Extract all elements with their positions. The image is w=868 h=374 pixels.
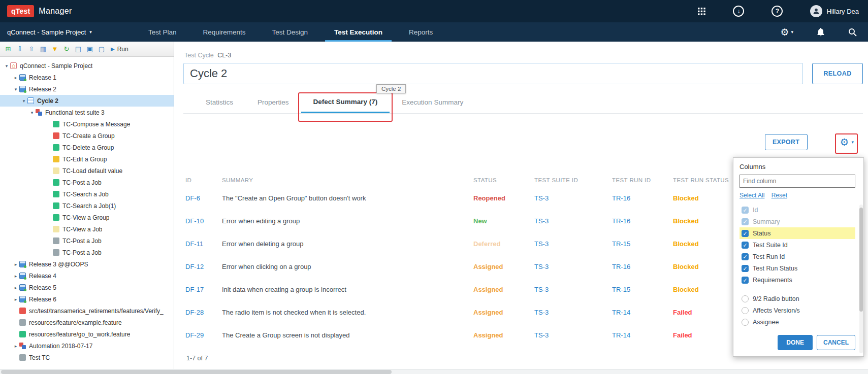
tree-item[interactable]: resources/feature/go_to_work.feature — [0, 328, 174, 340]
tree-item[interactable]: TC-Post a Job — [0, 235, 174, 247]
checkbox[interactable] — [742, 319, 749, 326]
expander-icon[interactable]: ▸ — [12, 297, 19, 302]
tab[interactable]: Properties — [245, 91, 301, 113]
defect-id-link[interactable]: DF-12 — [185, 263, 222, 270]
checkbox[interactable] — [742, 295, 749, 302]
notifications-bell-icon[interactable] — [817, 27, 825, 37]
expander-icon[interactable]: ▾ — [28, 110, 36, 115]
reload-button[interactable]: RELOAD — [812, 63, 863, 84]
expander-icon[interactable]: ▾ — [3, 63, 10, 69]
run-button[interactable]: ▶ Run — [107, 45, 133, 54]
checkbox[interactable] — [742, 207, 749, 214]
tree-item[interactable]: TC-Post a Job — [0, 247, 174, 258]
add-test-suite-icon[interactable]: ⊞ — [3, 44, 13, 54]
checkbox[interactable] — [742, 242, 749, 249]
column-option[interactable]: Assignee — [740, 316, 855, 328]
done-button[interactable]: DONE — [778, 335, 813, 350]
download-icon[interactable]: ↓ — [733, 6, 744, 17]
user-menu[interactable]: Hillary Dea — [810, 5, 859, 17]
add-grid-icon[interactable]: ▤ — [73, 44, 83, 54]
column-option[interactable]: 9/2 Radio button — [740, 293, 855, 304]
expander-icon[interactable]: ▸ — [12, 344, 19, 349]
column-header[interactable]: ID — [185, 177, 222, 183]
test-suite-link[interactable]: TS-3 — [534, 286, 612, 293]
reset-link[interactable]: Reset — [771, 192, 787, 199]
expander-icon[interactable]: ▸ — [12, 285, 19, 290]
project-selector[interactable]: qConnect - Sample Project ▾ — [7, 28, 92, 36]
tree-item[interactable]: ▾ qConnect - Sample Project — [0, 60, 174, 72]
tree-item[interactable]: ▸ Release 5 — [0, 282, 174, 293]
tree-item[interactable]: ▸ Release 4 — [0, 270, 174, 282]
move-up-icon[interactable]: ⇧ — [26, 44, 37, 54]
column-option[interactable]: Summary — [740, 216, 855, 227]
test-run-link[interactable]: TR-15 — [612, 286, 673, 293]
screen-record-icon[interactable]: ▢ — [97, 44, 107, 54]
horizontal-scrollbar-thumb[interactable] — [1, 370, 392, 374]
test-run-link[interactable]: TR-16 — [612, 263, 673, 270]
checkbox[interactable] — [742, 218, 749, 225]
tree-item[interactable]: ▸ Release 6 — [0, 293, 174, 305]
columns-gear-button[interactable]: ⚙ ▾ — [840, 137, 854, 147]
test-run-link[interactable]: TR-14 — [612, 331, 673, 339]
checkbox[interactable] — [742, 265, 749, 272]
tree-item[interactable]: TC-Load default value — [0, 165, 174, 177]
select-all-link[interactable]: Select All — [740, 192, 764, 199]
panel-scrollbar-thumb[interactable] — [859, 208, 863, 312]
test-suite-link[interactable]: TS-3 — [534, 194, 612, 202]
tree-item[interactable]: ▸ Release 1 — [0, 72, 174, 83]
column-option[interactable]: Test Run Status — [740, 262, 855, 274]
expander-icon[interactable]: ▸ — [12, 274, 19, 279]
tree-item[interactable]: TC-View a Group — [0, 212, 174, 223]
column-option[interactable]: Affects Version/s — [740, 304, 855, 316]
test-run-link[interactable]: TR-15 — [612, 240, 673, 248]
find-column-input[interactable] — [740, 175, 855, 188]
column-option[interactable]: Id — [740, 204, 855, 216]
column-header[interactable]: STATUS — [473, 177, 534, 183]
column-option[interactable]: Requirements — [740, 274, 855, 286]
tab[interactable]: Defect Summary (7) — [301, 91, 390, 113]
defect-id-link[interactable]: DF-29 — [185, 331, 222, 339]
filter-icon[interactable]: ▼ — [50, 44, 60, 54]
nav-item[interactable]: Reports — [396, 22, 446, 42]
tree-item[interactable]: TC-Compose a Message — [0, 118, 174, 130]
test-suite-link[interactable]: TS-3 — [534, 331, 612, 339]
apps-grid-icon[interactable] — [698, 8, 705, 15]
move-down-icon[interactable]: ⇩ — [15, 44, 25, 54]
test-suite-link[interactable]: TS-3 — [534, 309, 612, 316]
tree-item[interactable]: TC-Delete a Group — [0, 142, 174, 153]
tree-item[interactable]: Test TC — [0, 352, 174, 363]
test-run-link[interactable]: TR-16 — [612, 217, 673, 225]
cancel-button[interactable]: CANCEL — [817, 335, 855, 350]
tree-item[interactable]: ▾ Cycle 2 — [0, 95, 174, 107]
defect-id-link[interactable]: DF-6 — [185, 194, 222, 202]
tree-item[interactable]: ▸ Release 3 @@OOPS — [0, 258, 174, 270]
test-run-link[interactable]: TR-14 — [612, 309, 673, 316]
checkbox[interactable] — [742, 307, 749, 314]
tree-item[interactable]: TC-Post a Job — [0, 177, 174, 188]
tree-item[interactable]: ▾ Functional test suite 3 — [0, 107, 174, 118]
column-option[interactable]: Test Run Id — [740, 251, 855, 262]
tree-item[interactable]: ▸ Automation 2018-07-17 — [0, 340, 174, 352]
test-run-link[interactable]: TR-16 — [612, 194, 673, 202]
tree-item[interactable]: TC-Edit a Group — [0, 153, 174, 165]
defect-id-link[interactable]: DF-10 — [185, 217, 222, 225]
column-header[interactable]: TEST RUN ID — [612, 177, 673, 183]
report-icon[interactable]: ▣ — [85, 44, 95, 54]
tab[interactable]: Statistics — [194, 91, 245, 113]
search-icon[interactable] — [848, 28, 857, 37]
column-header[interactable]: TEST SUITE ID — [534, 177, 612, 183]
tree-item[interactable]: TC-Search a Job — [0, 188, 174, 200]
checkbox[interactable] — [742, 230, 749, 237]
settings-gear-icon[interactable]: ⚙ ▾ — [780, 27, 793, 37]
tree-item[interactable]: TC-View a Job — [0, 223, 174, 235]
expander-icon[interactable]: ▾ — [12, 87, 19, 92]
nav-item[interactable]: Test Execution — [321, 22, 396, 42]
column-header[interactable]: SUMMARY — [222, 177, 473, 183]
help-icon[interactable]: ? — [771, 6, 783, 17]
tree-item[interactable]: ▾ Release 2 — [0, 83, 174, 95]
cycle-title-input[interactable] — [183, 63, 803, 84]
expander-icon[interactable]: ▸ — [12, 262, 19, 267]
tab[interactable]: Execution Summary — [390, 91, 475, 113]
tree-item[interactable]: src/test/transamerica_retirements/featur… — [0, 305, 174, 317]
refresh-icon[interactable]: ↻ — [61, 44, 72, 54]
